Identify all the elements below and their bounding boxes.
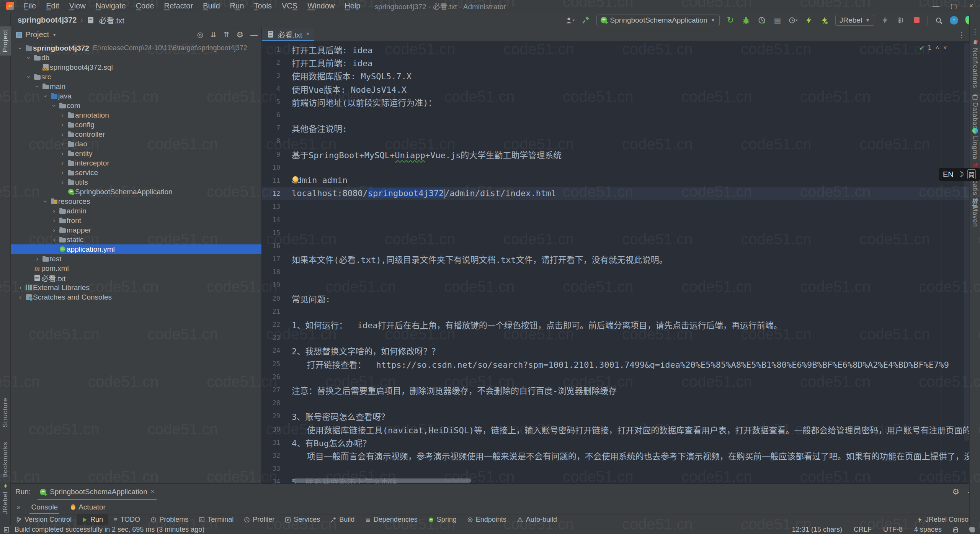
- expand-all-icon[interactable]: ⇊: [210, 30, 216, 39]
- chevron-collapsed-icon[interactable]: ›: [50, 217, 58, 224]
- coverage-button[interactable]: ▦: [773, 15, 782, 25]
- chevron-expanded-icon[interactable]: ›: [25, 73, 33, 81]
- editor-line-24[interactable]: 242、我想替换文字啥的，如何修改呀？？: [262, 344, 969, 357]
- minimize-button[interactable]: —: [927, 0, 945, 12]
- editor-line-15[interactable]: 15: [262, 226, 969, 239]
- editor-line-17[interactable]: 17如果本文件(必看.txt),同级目录文件夹下有说明文档.txt文件，请打开看…: [262, 252, 969, 265]
- editor-line-8[interactable]: 8: [262, 134, 969, 147]
- tree-item-java[interactable]: ›java: [11, 91, 261, 101]
- editor-line-32[interactable]: 32 项目一般而言会有演示视频，参考演示视频使用一般来说是不会有问题的，不会使用…: [262, 449, 969, 462]
- tree-item-config[interactable]: ›config: [11, 120, 261, 129]
- toolwindow-button-endpoints[interactable]: Endpoints: [462, 514, 512, 525]
- menu-navigate[interactable]: Navigate: [91, 0, 130, 11]
- editor-line-20[interactable]: 20常见问题:: [262, 292, 969, 305]
- stripe-item-maven[interactable]: mMaven: [970, 197, 980, 227]
- tree-item-mapper[interactable]: ›mapper: [11, 225, 261, 235]
- menu-vcs[interactable]: VCS: [278, 0, 302, 11]
- stripe-item-project[interactable]: Project: [0, 26, 11, 56]
- tree-item-必看.txt[interactable]: 必看.txt: [11, 273, 261, 283]
- tree-item-external-libraries[interactable]: ›External Libraries: [11, 283, 261, 292]
- editor-line-25[interactable]: 25 打开链接查看： https://so.csdn.net/so/search…: [262, 357, 969, 370]
- editor-line-22[interactable]: 221、如何运行： idea打开后在右上角，有播放键的一个绿色按钮，点击即可。前…: [262, 318, 969, 331]
- locate-file-icon[interactable]: ◎: [197, 30, 204, 39]
- toolwindow-button-spring[interactable]: Spring: [423, 514, 462, 525]
- tree-item-entity[interactable]: ›entity: [11, 149, 261, 158]
- tree-item-pom.xml[interactable]: mpom.xml: [11, 264, 261, 273]
- editor-line-4[interactable]: 4使用Vue版本: NodeJsV14.X: [262, 82, 969, 95]
- tree-item-static[interactable]: ›static: [11, 235, 261, 244]
- toolwindow-button-services[interactable]: Services: [280, 514, 325, 525]
- tree-item-src[interactable]: ›src: [11, 72, 261, 82]
- jrebel-select[interactable]: JRebel ▼: [835, 15, 874, 26]
- chevron-expanded-icon[interactable]: ›: [16, 44, 24, 52]
- run-content-tab[interactable]: SpringbootSchemaApplication ×: [38, 484, 157, 500]
- tree-item-resources[interactable]: ›resources: [11, 197, 261, 206]
- toolwindow-button-profiler[interactable]: Profiler: [239, 514, 280, 525]
- editor-line-6[interactable]: 6: [262, 108, 969, 121]
- stripe-item-lingma[interactable]: Lingma: [970, 128, 980, 160]
- user-profile-icon[interactable]: ▾: [565, 15, 575, 25]
- stripe-item-bookmarks[interactable]: Bookmarks: [0, 442, 11, 478]
- chevron-collapsed-icon[interactable]: ›: [50, 226, 58, 234]
- jrebel-debug-button[interactable]: [820, 15, 830, 25]
- editor-line-33[interactable]: 33: [262, 462, 969, 475]
- menu-edit[interactable]: Edit: [42, 0, 63, 11]
- menu-help[interactable]: Help: [340, 0, 364, 11]
- gear-icon[interactable]: ⚙: [236, 30, 243, 39]
- editor-line-16[interactable]: 16: [262, 239, 969, 252]
- chevron-collapsed-icon[interactable]: ›: [33, 255, 41, 263]
- tree-item-main[interactable]: ›main: [11, 82, 261, 91]
- search-everywhere-icon[interactable]: [933, 15, 943, 25]
- editor-line-29[interactable]: 293、账号密码怎么查看呀？: [262, 410, 969, 423]
- breadcrumb-file[interactable]: 必看.txt: [99, 15, 124, 26]
- chevron-collapsed-icon[interactable]: ›: [58, 159, 67, 167]
- debug-button[interactable]: [741, 15, 751, 25]
- jump-to-icon[interactable]: »: [17, 503, 20, 511]
- intention-bulb-icon[interactable]: [292, 176, 298, 182]
- toolwindow-button-run[interactable]: Run: [77, 514, 108, 525]
- tree-item-controller[interactable]: ›controller: [11, 129, 261, 139]
- editor-line-31[interactable]: 314、有Bug怎么办呢？: [262, 436, 969, 449]
- menu-build[interactable]: Build: [199, 0, 224, 11]
- tree-item-annotation[interactable]: ›annotation: [11, 110, 261, 120]
- file-encoding[interactable]: UTF-8: [883, 526, 903, 534]
- close-button[interactable]: ×: [962, 0, 980, 12]
- menu-tools[interactable]: Tools: [250, 0, 276, 11]
- project-panel-title[interactable]: Project ▼: [16, 30, 57, 39]
- tree-item-test[interactable]: ›test: [11, 254, 261, 264]
- menu-window[interactable]: Window: [303, 0, 339, 11]
- chevron-collapsed-icon[interactable]: ›: [58, 150, 67, 157]
- editor-line-2[interactable]: 2打开工具前端: idea: [262, 56, 969, 69]
- chevron-collapsed-icon[interactable]: ›: [16, 293, 24, 301]
- vertical-scrollbar[interactable]: [964, 43, 969, 441]
- editor-line-5[interactable]: 5前端访问地址(以前段实际运行为准)：: [262, 95, 969, 108]
- stripe-item-jrebel[interactable]: JRebel: [0, 483, 11, 514]
- tree-item-db[interactable]: ›db: [11, 53, 261, 62]
- editor-line-14[interactable]: 14: [262, 213, 969, 226]
- jrebel-run-button[interactable]: [804, 15, 814, 25]
- chevron-collapsed-icon[interactable]: ›: [50, 207, 58, 215]
- chevron-collapsed-icon[interactable]: ›: [50, 236, 58, 244]
- toolwindow-button-build[interactable]: Build: [325, 514, 360, 525]
- menu-file[interactable]: File: [20, 0, 40, 11]
- highlighting-level-icon[interactable]: [969, 527, 975, 532]
- line-separator[interactable]: CRLF: [854, 526, 872, 534]
- run-with-profiler-dropdown[interactable]: ▾: [788, 15, 798, 25]
- menu-refactor[interactable]: Refactor: [160, 0, 197, 11]
- editor-line-28[interactable]: 28: [262, 396, 969, 410]
- toolwindow-button-problems[interactable]: Problems: [145, 514, 194, 525]
- tree-item-admin[interactable]: ›admin: [11, 206, 261, 216]
- horizontal-scrollbar[interactable]: [293, 478, 471, 483]
- editor-line-18[interactable]: 18: [262, 265, 969, 278]
- tree-item-dao[interactable]: ›dao: [11, 139, 261, 149]
- chevron-collapsed-icon[interactable]: ›: [58, 179, 67, 186]
- editor-tab-active[interactable]: 必看.txt ×: [262, 28, 314, 41]
- stripe-item-structure[interactable]: Structure: [0, 398, 11, 428]
- editor-line-1[interactable]: 1打开工具后端: idea: [262, 43, 969, 56]
- editor-line-11[interactable]: 11admin admin: [262, 174, 969, 187]
- tree-item-interceptor[interactable]: ›interceptor: [11, 158, 261, 168]
- editor-line-26[interactable]: 26: [262, 370, 969, 383]
- chevron-collapsed-icon[interactable]: ›: [58, 131, 67, 138]
- tree-item-service[interactable]: ›service: [11, 168, 261, 177]
- editor-line-9[interactable]: 9基于SpringBoot+MySQL+Uniapp+Vue.js的大学生勤工助…: [262, 148, 969, 161]
